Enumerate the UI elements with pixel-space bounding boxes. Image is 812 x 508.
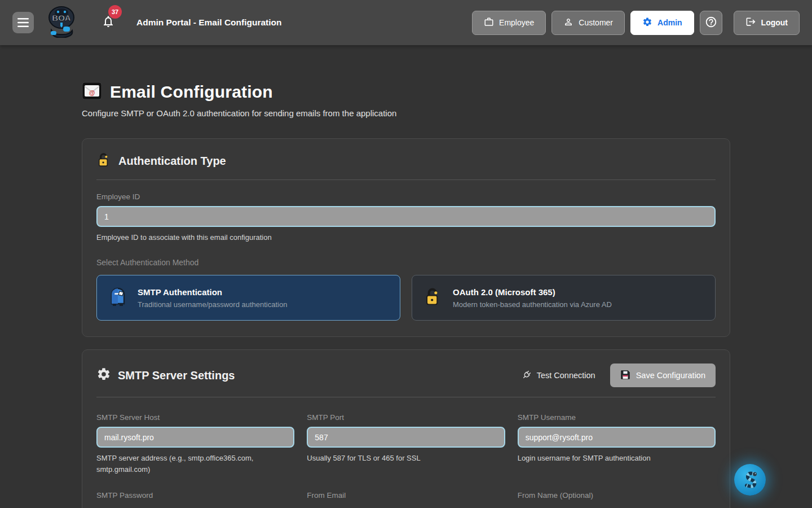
save-configuration-label: Save Configuration <box>636 371 705 380</box>
smtp-port-label: SMTP Port <box>307 413 505 422</box>
oauth-subtitle: Modern token-based authentication via Az… <box>453 300 612 309</box>
smtp-port-input[interactable] <box>307 427 505 448</box>
employee-id-label: Employee ID <box>96 192 716 201</box>
assistant-fab-button[interactable] <box>734 464 766 496</box>
logout-button-label: Logout <box>761 18 788 27</box>
smtp-username-input[interactable] <box>518 427 716 448</box>
smtp-card-title: SMTP Server Settings <box>118 369 235 382</box>
question-icon <box>705 16 717 30</box>
app-logo: BOA <box>46 5 77 40</box>
divider <box>96 179 716 180</box>
employee-id-input[interactable] <box>96 206 716 227</box>
oauth-title: OAuth 2.0 (Microsoft 365) <box>453 287 612 297</box>
from-name-label: From Name (Optional) <box>518 491 716 500</box>
test-connection-label: Test Connection <box>537 371 595 380</box>
divider <box>96 397 716 397</box>
smtp-fields-row-1: SMTP Server Host SMTP server address (e.… <box>96 401 716 475</box>
logout-icon <box>745 16 756 29</box>
oauth-option[interactable]: OAuth 2.0 (Microsoft 365) Modern token-b… <box>412 275 716 321</box>
from-email-label: From Email <box>307 491 505 500</box>
plug-icon <box>522 370 532 382</box>
lock-open-icon <box>96 152 112 170</box>
customer-button-label: Customer <box>579 18 613 27</box>
employee-button-label: Employee <box>499 18 534 27</box>
notifications[interactable]: 37 <box>102 14 115 31</box>
smtp-port-helper: Usually 587 for TLS or 465 for SSL <box>307 453 505 464</box>
smtp-settings-card: SMTP Server Settings Test Connection <box>82 349 730 508</box>
lock-open-icon <box>423 287 443 309</box>
logout-button[interactable]: Logout <box>734 11 800 35</box>
notification-badge: 37 <box>108 5 122 19</box>
cobra-logo-icon: BOA <box>46 5 77 38</box>
navbar-title: Admin Portal - Email Configuration <box>136 17 281 28</box>
snake-icon <box>740 470 760 491</box>
auth-card-title: Authentication Type <box>118 155 226 168</box>
bell-icon <box>102 21 115 30</box>
page-title: Email Configuration <box>110 82 273 102</box>
email-icon: @ <box>82 81 102 103</box>
page-subtitle: Configure SMTP or OAuth 2.0 authenticati… <box>82 108 730 118</box>
page-header: @ Email Configuration Configure SMTP or … <box>82 81 730 118</box>
smtp-password-label: SMTP Password <box>96 491 294 500</box>
smtp-username-helper: Login username for SMTP authentication <box>518 453 716 464</box>
gear-icon <box>642 17 652 29</box>
person-icon <box>563 17 573 29</box>
main-content: @ Email Configuration Configure SMTP or … <box>82 81 730 508</box>
admin-button[interactable]: Admin <box>630 11 694 35</box>
test-connection-button[interactable]: Test Connection <box>522 370 595 382</box>
employee-id-helper: Employee ID to associate with this email… <box>96 232 716 243</box>
customer-button[interactable]: Customer <box>551 11 625 35</box>
smtp-host-field: SMTP Server Host SMTP server address (e.… <box>96 401 294 475</box>
smtp-host-input[interactable] <box>96 427 294 448</box>
svg-text:@: @ <box>89 89 95 96</box>
smtp-auth-option[interactable]: SMTP Authentication Traditional username… <box>96 275 400 321</box>
smtp-fields-row-2: SMTP Password From Email From Name (Opti… <box>96 479 716 500</box>
briefcase-icon <box>484 17 494 29</box>
navbar-actions: Employee Customer Admin Logout <box>472 11 800 35</box>
smtp-auth-title: SMTP Authentication <box>138 287 287 297</box>
auth-method-options: SMTP Authentication Traditional username… <box>96 275 716 321</box>
gear-icon <box>96 367 111 384</box>
smtp-port-field: SMTP Port Usually 587 for TLS or 465 for… <box>307 401 505 475</box>
authentication-type-card: Authentication Type Employee ID Employee… <box>82 138 730 337</box>
top-navbar: BOA 37 Admin Portal - Email Configuratio… <box>0 0 812 45</box>
floppy-icon <box>620 370 630 382</box>
smtp-auth-subtitle: Traditional username/password authentica… <box>138 300 287 309</box>
smtp-username-field: SMTP Username Login username for SMTP au… <box>518 401 716 475</box>
help-button[interactable] <box>700 11 722 35</box>
smtp-host-label: SMTP Server Host <box>96 413 294 422</box>
hamburger-icon <box>17 18 29 27</box>
admin-button-label: Admin <box>657 18 682 27</box>
menu-button[interactable] <box>12 12 34 33</box>
svg-text:BOA: BOA <box>52 13 71 23</box>
save-configuration-button[interactable]: Save Configuration <box>610 364 716 387</box>
auth-method-label: Select Authentication Method <box>96 258 716 267</box>
smtp-username-label: SMTP Username <box>518 413 716 422</box>
postbox-icon <box>108 287 127 309</box>
employee-button[interactable]: Employee <box>472 11 546 35</box>
smtp-host-helper: SMTP server address (e.g., smtp.office36… <box>96 453 294 475</box>
